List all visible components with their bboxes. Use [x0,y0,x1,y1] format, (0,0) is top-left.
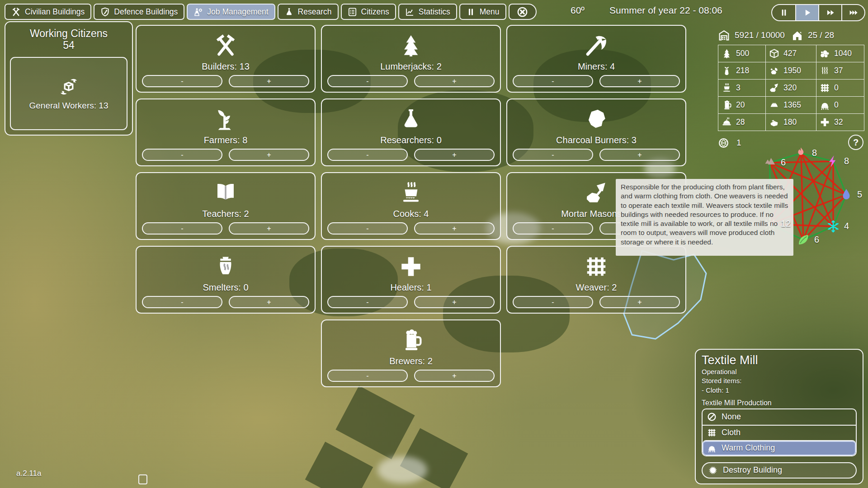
tab-menu[interactable]: Menu [459,4,506,20]
decrease-builders-button[interactable]: - [142,75,222,87]
resource-winter-hat: 0 [816,97,863,113]
increase-farmers-button[interactable]: + [229,149,309,161]
speed-play-button[interactable] [795,5,818,20]
production-option-cloth[interactable]: Cloth [703,425,856,440]
increase-miners-button[interactable]: + [599,75,680,87]
decrease-lumberjacks-button[interactable]: - [327,75,408,87]
tab-civilian-buildings[interactable]: Civilian Buildings [5,4,91,20]
increase-researchers-button[interactable]: + [414,149,495,161]
speed-fast-forward-button[interactable] [818,5,841,20]
smoke-plume [377,456,427,483]
decrease-teachers-button[interactable]: - [142,222,222,235]
ingot-icon [769,100,779,110]
shield-axe-icon [100,7,110,17]
resource-woven-cloth: 0 [816,80,863,96]
general-workers-card[interactable]: General Workers: 13 [10,57,127,130]
destroy-building-button[interactable]: Destroy Building [702,462,857,479]
resource-row: 2818032 [718,113,864,131]
resource-value: 427 [783,49,797,58]
job-count-label: Healers: 1 [390,282,431,293]
explosion-icon [708,465,718,475]
decrease-healers-button[interactable]: - [327,296,408,308]
no-entry-icon [707,412,717,422]
storage-value: 5921 / 10000 [735,30,785,40]
need-leaf-icon [797,233,810,247]
pine-tree-icon [399,29,423,61]
need-leaf-value: 6 [814,235,819,245]
resource-brick-pile: 180 [765,114,816,131]
play-icon [803,8,812,17]
speed-fastest-forward-button[interactable] [841,5,864,20]
tooltip-text: Responsible for the producing cloth from… [621,183,788,246]
decrease-smelters-button[interactable]: - [142,296,222,308]
winter-hat-icon [820,100,830,110]
resource-covered-dish: 28 [718,114,765,131]
production-options: NoneClothWarm Clothing [702,408,857,456]
increase-builders-button[interactable]: + [229,75,309,87]
resource-fiber-plant: 218 [718,62,765,79]
medical-cross-icon [820,117,830,127]
increase-healers-button[interactable]: + [414,296,495,308]
job-card-teachers: Teachers: 2-+ [136,172,316,240]
decrease-farmers-button[interactable]: - [142,149,222,161]
increase-smelters-button[interactable]: + [229,296,309,308]
tab-job-management[interactable]: Job Management [187,4,275,20]
fastest-forward-icon [849,8,858,17]
close-button[interactable] [509,4,537,20]
increase-cooks-button[interactable]: + [414,222,495,235]
decrease-brewers-button[interactable]: - [327,370,408,382]
tab-defence-buildings[interactable]: Defence Buildings [94,4,184,20]
decrease-cooks-button[interactable]: - [327,222,408,235]
resource-value: 1365 [783,100,801,110]
flask-icon [399,103,423,135]
coin-icon [718,137,729,149]
production-option-label: Warm Clothing [722,443,775,453]
production-option-none[interactable]: None [703,409,856,425]
top-tab-bar: Civilian BuildingsDefence BuildingsJob M… [5,4,537,20]
increase-brewers-button[interactable]: + [414,370,495,382]
job-card-cooks: Cooks: 4-+ [321,172,501,240]
need-mountain-value: 6 [781,157,786,168]
stored-item: - Cloth: 1 [702,386,857,395]
fast-forward-icon [826,8,835,17]
brick-pile-icon [769,117,779,127]
beer-mug-icon [722,100,732,110]
housing-capacity: 25 / 28 [791,29,834,42]
job-card-charcoal-burners: Charcoal Burners: 3-+ [506,99,686,166]
job-count-label: Weaver: 2 [576,282,617,293]
job-card-miners: Miners: 4-+ [506,25,686,93]
increase-lumberjacks-button[interactable]: + [414,75,495,87]
decrease-miners-button[interactable]: - [513,75,593,87]
version-label: a.2.11a [16,469,41,478]
increase-weaver-button[interactable]: + [599,296,680,308]
job-count-label: Miners: 4 [578,61,615,72]
resource-value: 37 [834,66,843,75]
increase-charcoal-burners-button[interactable]: + [599,149,680,161]
tab-label: Job Management [207,7,268,17]
resource-pine-tree: 500 [718,45,765,62]
resource-value: 1950 [783,66,801,75]
sprout-icon [213,103,238,135]
job-card-smelters: Smelters: 0-+ [136,246,316,314]
resource-ingot: 1365 [765,97,816,113]
help-button[interactable]: ? [848,135,863,150]
warehouse-icon [718,29,730,42]
resource-value: 32 [834,117,843,127]
increase-teachers-button[interactable]: + [229,222,309,235]
speed-pause-button[interactable] [772,5,795,20]
covered-dish-icon [722,117,732,127]
decrease-weaver-button[interactable]: - [513,296,593,308]
decrease-researchers-button[interactable]: - [327,149,408,161]
job-count-label: Builders: 13 [202,61,250,72]
tab-statistics[interactable]: Statistics [398,4,457,20]
tab-citizens[interactable]: Citizens [341,4,396,20]
production-option-warm-clothing[interactable]: Warm Clothing [703,440,856,455]
working-citizens-count: 54 [63,39,75,51]
line-chart-icon [405,7,415,17]
decrease-charcoal-burners-button[interactable]: - [513,149,593,161]
job-buttons: -+ [142,75,309,87]
decrease-mortar-masons-button[interactable]: - [513,222,593,235]
toggle-checkbox[interactable] [138,474,147,484]
winter-hat-icon [707,443,717,453]
tab-research[interactable]: Research [278,4,339,20]
